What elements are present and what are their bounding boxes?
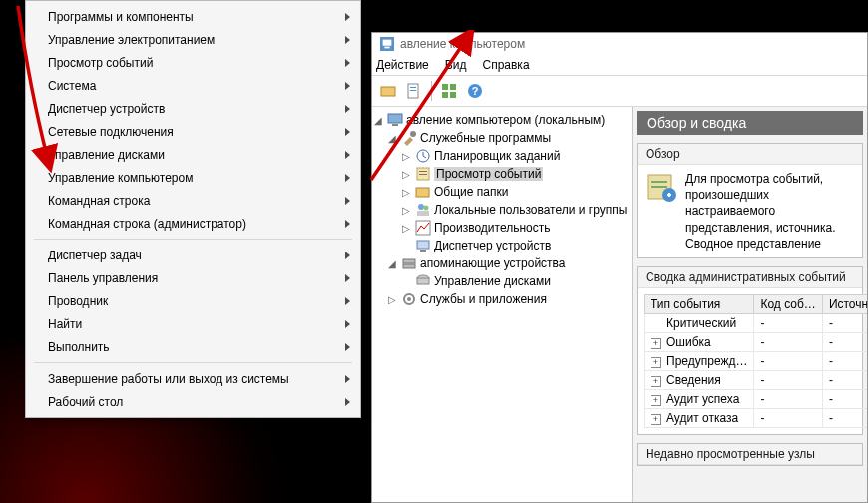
app-icon [380, 37, 394, 51]
overview-title: Обзор [638, 144, 862, 165]
svg-rect-14 [392, 124, 398, 126]
menu-item[interactable]: Выполнить [26, 335, 360, 358]
tree-pane[interactable]: ◢авление компьютером (локальным) ◢Служеб… [372, 107, 633, 502]
menu-help[interactable]: Справка [482, 58, 529, 72]
tree-local-users[interactable]: ▷Локальные пользователи и группы [372, 201, 632, 219]
disk-icon [415, 273, 431, 289]
menu-separator [34, 239, 352, 240]
svg-point-22 [424, 206, 429, 211]
menu-item[interactable]: Управление электропитанием [26, 28, 360, 51]
menu-item[interactable]: Командная строка [26, 189, 360, 212]
tree-root[interactable]: ◢авление компьютером (локальным) [372, 111, 632, 129]
right-header: Обзор и сводка [637, 111, 863, 135]
svg-rect-25 [417, 241, 429, 249]
toolbar-btn-2[interactable] [402, 79, 426, 103]
svg-rect-18 [419, 171, 427, 172]
table-row[interactable]: +Сведения-- [645, 370, 868, 389]
svg-point-32 [407, 297, 411, 301]
menu-item[interactable]: Сетевые подключения [26, 120, 360, 143]
menu-item[interactable]: Панель управления [26, 266, 360, 289]
toolbar-btn-1[interactable] [376, 79, 400, 103]
svg-rect-10 [450, 92, 456, 98]
tree-storage[interactable]: ◢апоминающие устройства [372, 254, 632, 272]
recent-title: Недавно просмотренные узлы [638, 444, 862, 465]
svg-rect-1 [383, 40, 392, 46]
recent-group: Недавно просмотренные узлы [637, 443, 863, 466]
folder-icon [380, 83, 396, 99]
toolbar: ? [372, 76, 867, 107]
event-viewer-big-icon [646, 171, 677, 203]
event-log-icon [415, 166, 431, 182]
menu-item[interactable]: Программы и компоненты [26, 5, 360, 28]
svg-rect-6 [410, 90, 416, 91]
menu-item[interactable]: Проводник [26, 289, 360, 312]
col-event-type[interactable]: Тип события [645, 294, 754, 313]
overview-group: Обзор Для просмотра событий, произошедши… [637, 143, 863, 258]
menu-item[interactable]: Диспетчер устройств [26, 97, 360, 120]
toolbar-btn-3[interactable] [437, 79, 461, 103]
svg-text:?: ? [472, 85, 479, 97]
expand-icon[interactable]: + [651, 395, 661, 406]
tree-system-tools[interactable]: ◢Служебные программы [372, 129, 632, 147]
grid-icon [441, 83, 457, 99]
computer-management-window: авление компьютером Действие Вид Справка… [371, 32, 868, 503]
overview-text: Для просмотра событий, произошедших наст… [685, 171, 854, 252]
wrench-icon [401, 130, 417, 146]
expand-icon[interactable]: + [651, 414, 661, 425]
menu-item[interactable]: Система [26, 74, 360, 97]
menu-item[interactable]: Найти [26, 312, 360, 335]
svg-rect-3 [381, 87, 395, 96]
users-icon [415, 202, 431, 218]
col-source[interactable]: Источник [822, 294, 867, 313]
expand-icon[interactable]: + [651, 357, 661, 368]
summary-group: Сводка административных событий Тип собы… [637, 266, 863, 435]
right-pane: Обзор и сводка Обзор Для просмотра событ… [633, 107, 867, 502]
toolbar-sep [431, 81, 432, 101]
svg-point-21 [418, 204, 424, 210]
summary-table: Тип события Код соб… Источник Критически… [644, 294, 867, 428]
menu-item[interactable]: Управление компьютером [26, 166, 360, 189]
tree-task-scheduler[interactable]: ▷Планировщик заданий [372, 147, 632, 165]
table-row[interactable]: +Предупрежд…-- [645, 351, 868, 370]
toolbar-btn-4[interactable]: ? [463, 79, 487, 103]
tree-event-viewer[interactable]: ▷Просмотр событий [372, 165, 632, 183]
svg-rect-19 [419, 174, 427, 175]
menu-item[interactable]: Завершение работы или выход из системы [26, 367, 360, 390]
svg-rect-35 [651, 186, 667, 188]
svg-rect-7 [442, 84, 448, 90]
clock-icon [415, 148, 431, 164]
menu-item[interactable]: Управление дисками [26, 143, 360, 166]
tree-shared-folders[interactable]: ▷Общие папки [372, 183, 632, 201]
menu-item[interactable]: Диспетчер задач [26, 244, 360, 266]
svg-rect-23 [417, 211, 429, 216]
svg-rect-27 [403, 259, 415, 263]
table-row[interactable]: +Ошибка-- [645, 332, 868, 351]
window-title: авление компьютером [400, 37, 525, 51]
menu-separator [34, 362, 352, 363]
table-row[interactable]: Критический-- [645, 313, 868, 332]
help-icon: ? [467, 83, 483, 99]
menu-item[interactable]: Просмотр событий [26, 51, 360, 74]
tree-disk-mgmt[interactable]: Управление дисками [372, 272, 632, 290]
menu-item[interactable]: Рабочий стол [26, 390, 360, 413]
col-event-id[interactable]: Код соб… [754, 294, 822, 313]
menubar: Действие Вид Справка [372, 55, 867, 76]
computer-icon [387, 112, 403, 128]
table-row[interactable]: +Аудит успеха-- [645, 389, 868, 408]
svg-rect-20 [416, 188, 429, 197]
winx-context-menu: Программы и компонентыУправление электро… [25, 0, 361, 418]
menu-item[interactable]: Командная строка (администратор) [26, 212, 360, 235]
tree-device-manager[interactable]: Диспетчер устройств [372, 237, 632, 254]
tree-services-apps[interactable]: ▷Службы и приложения [372, 290, 632, 308]
page-icon [406, 83, 422, 99]
svg-rect-34 [651, 181, 667, 183]
expand-icon[interactable]: + [651, 376, 661, 387]
tree-performance[interactable]: ▷Производительность [372, 219, 632, 237]
menu-view[interactable]: Вид [445, 58, 467, 72]
expand-icon[interactable]: + [651, 338, 661, 349]
titlebar: авление компьютером [372, 33, 867, 55]
table-row[interactable]: +Аудит отказа-- [645, 408, 868, 427]
svg-rect-30 [417, 278, 429, 284]
mmc-body: ◢авление компьютером (локальным) ◢Служеб… [372, 107, 867, 502]
menu-action[interactable]: Действие [376, 58, 429, 72]
